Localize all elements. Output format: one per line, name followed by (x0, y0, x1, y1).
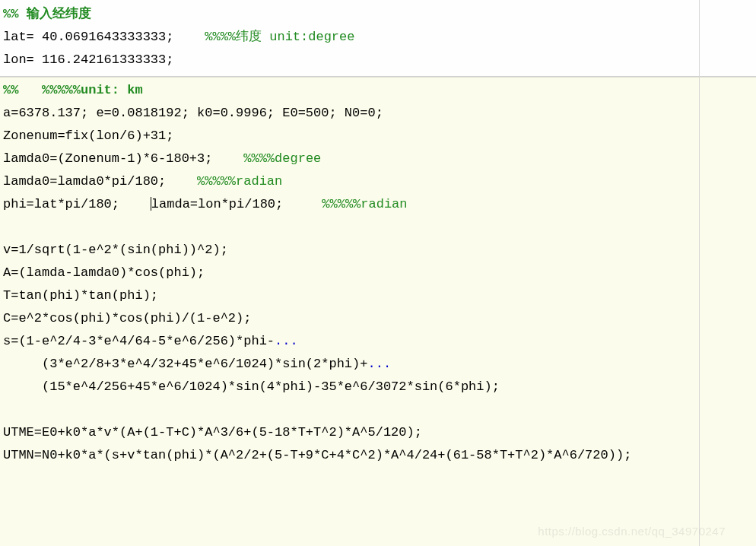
code-text: C=e^2*cos(phi)*cos(phi)/(1-e^2); (3, 311, 251, 325)
code-text: T=tan(phi)*tan(phi); (3, 288, 158, 303)
code-line[interactable]: phi=lat*pi/180; lamda=lon*pi/180; %%%%%r… (3, 193, 753, 216)
code-cell-1[interactable]: %% 输入经纬度 lat= 40.0691643333333; %%%%纬度 u… (0, 0, 756, 77)
code-line[interactable]: a=6378.137; e=0.0818192; k0=0.9996; E0=5… (3, 102, 753, 125)
code-text: (15*e^4/256+45*e^6/1024)*sin(4*phi)-35*e… (3, 379, 500, 394)
code-text: (3*e^2/8+3*e^4/32+45*e^6/1024)*sin(2*phi… (3, 357, 367, 371)
code-line[interactable]: %% %%%%%unit: km (3, 79, 753, 102)
comment-text: %%%%degree (243, 151, 321, 166)
code-line[interactable]: lat= 40.0691643333333; %%%%纬度 unit:degre… (3, 26, 753, 49)
code-text: phi=lat*pi/180; (3, 197, 151, 211)
code-text: a=6378.137; e=0.0818192; k0=0.9996; E0=5… (3, 106, 383, 120)
code-text: A=(lamda-lamda0)*cos(phi); (3, 265, 205, 280)
code-line[interactable]: UTME=E0+k0*a*v*(A+(1-T+C)*A^3/6+(5-18*T+… (3, 421, 753, 444)
comment-text: %%%%%radian (197, 174, 282, 189)
code-line[interactable]: UTMN=N0+k0*a*(s+v*tan(phi)*(A^2/2+(5-T+9… (3, 444, 753, 467)
code-line[interactable] (3, 216, 753, 239)
comment-text: %%%%%radian (322, 197, 407, 211)
code-line[interactable]: s=(1-e^2/4-3*e^4/64-5*e^6/256)*phi-... (3, 330, 753, 353)
code-text: v=1/sqrt(1-e^2*(sin(phi))^2); (3, 243, 228, 257)
code-line[interactable]: lamda0=(Zonenum-1)*6-180+3; %%%%degree (3, 148, 753, 170)
code-line[interactable]: lamda0=lamda0*pi/180; %%%%%radian (3, 170, 753, 193)
continuation-token: ... (275, 334, 298, 348)
code-text: lamda0=lamda0*pi/180; (3, 174, 197, 189)
code-line[interactable]: C=e^2*cos(phi)*cos(phi)/(1-e^2); (3, 307, 753, 330)
code-line[interactable]: lon= 116.242161333333; (3, 49, 753, 71)
comment-text: %%%%纬度 unit:degree (205, 30, 354, 44)
code-text: lamda=lon*pi/180; (151, 197, 322, 211)
code-text: Zonenum=fix(lon/6)+31; (3, 129, 173, 143)
code-line[interactable]: v=1/sqrt(1-e^2*(sin(phi))^2); (3, 239, 753, 262)
code-text: UTMN=N0+k0*a*(s+v*tan(phi)*(A^2/2+(5-T+9… (3, 448, 631, 462)
code-line[interactable]: Zonenum=fix(lon/6)+31; (3, 125, 753, 148)
continuation-token: ... (367, 357, 391, 371)
code-line[interactable]: T=tan(phi)*tan(phi); (3, 284, 753, 307)
section-token: %% 输入经纬度 (3, 7, 91, 21)
code-text: lamda0=(Zonenum-1)*6-180+3; (3, 151, 243, 166)
code-text: lon= 116.242161333333; (3, 52, 173, 67)
code-line[interactable]: (15*e^4/256+45*e^6/1024)*sin(4*phi)-35*e… (3, 376, 753, 398)
code-text: lat= 40.0691643333333; (3, 30, 205, 44)
vertical-divider (699, 0, 700, 546)
code-cell-2[interactable]: %% %%%%%unit: km a=6378.137; e=0.0818192… (0, 77, 756, 546)
code-line[interactable]: %% 输入经纬度 (3, 3, 753, 26)
blank-line (3, 220, 11, 234)
code-line[interactable] (3, 398, 753, 421)
code-line[interactable]: A=(lamda-lamda0)*cos(phi); (3, 262, 753, 284)
code-line[interactable]: (3*e^2/8+3*e^4/32+45*e^6/1024)*sin(2*phi… (3, 353, 753, 376)
blank-line (3, 402, 11, 417)
code-text: UTME=E0+k0*a*v*(A+(1-T+C)*A^3/6+(5-18*T+… (3, 425, 422, 440)
section-token: %% %%%%%unit: km (3, 83, 143, 97)
code-text: s=(1-e^2/4-3*e^4/64-5*e^6/256)*phi- (3, 334, 275, 348)
